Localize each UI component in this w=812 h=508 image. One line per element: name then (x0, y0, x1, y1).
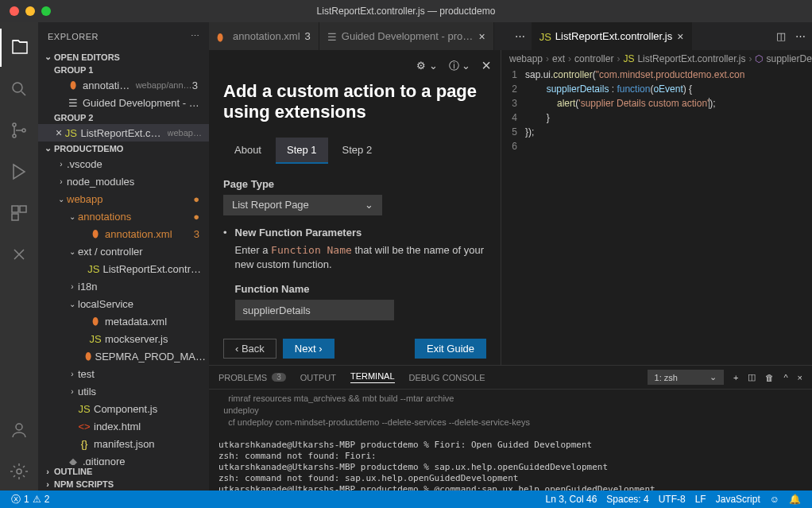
file-manifest[interactable]: {}manifest.json (38, 435, 209, 452)
folder-webapp[interactable]: ⌄webapp● (38, 190, 209, 207)
folder-i18n[interactable]: ›i18n (38, 277, 209, 295)
file-index[interactable]: <>index.html (38, 417, 209, 435)
more-icon[interactable]: ⋯ (795, 30, 806, 42)
file-gitignore[interactable]: ◆.gitignore (38, 452, 209, 465)
js-icon: JS (64, 126, 77, 139)
html-icon: <> (78, 420, 91, 432)
close-icon[interactable]: × (677, 30, 683, 43)
status-bar: ⓧ1 ⚠2 Ln 3, Col 46 Spaces: 4 UTF-8 LF Ja… (0, 491, 812, 508)
window-title: ListReportExt.controller.js — productdem… (317, 6, 496, 17)
terminal-tab[interactable]: TERMINAL (350, 371, 395, 383)
more-icon[interactable]: ⋯ (191, 31, 200, 41)
function-name-label: Function Name (235, 283, 486, 295)
folder-localservice[interactable]: ⌄localService (38, 295, 209, 312)
open-editor-guided[interactable]: ☰ Guided Development - productdemo (38, 94, 209, 111)
svg-point-3 (22, 129, 25, 132)
notifications-icon[interactable]: 🔔 (784, 494, 806, 505)
tab-listreport[interactable]: JS ListReportExt.controller.js × (532, 22, 693, 50)
explorer-title: EXPLORER (48, 32, 99, 41)
code-area[interactable]: 123456 sap.ui.controller("com.mindset.pr… (501, 68, 812, 365)
tab-about[interactable]: About (223, 138, 273, 164)
folder-ext-controller[interactable]: ⌄ext / controller (38, 242, 209, 260)
cursor-position[interactable]: Ln 3, Col 46 (541, 494, 602, 505)
close-guide-icon[interactable]: × (481, 56, 491, 75)
close-icon[interactable]: × (56, 126, 64, 139)
search-icon[interactable] (0, 70, 38, 108)
close-window[interactable] (10, 6, 19, 16)
project-section[interactable]: ⌄PRODUCTDEMO (38, 142, 209, 155)
guided-icon: ☰ (327, 31, 337, 42)
code-content[interactable]: sap.ui.controller("com.mindset.productde… (525, 68, 812, 365)
open-editor-listreport[interactable]: × JS ListReportExt.controller.js webapp/… (38, 124, 209, 142)
xml-icon: ⬮ (67, 79, 79, 91)
folder-annotations[interactable]: ⌄annotations● (38, 207, 209, 225)
maximize-window[interactable] (41, 6, 51, 16)
tab-step1[interactable]: Step 1 (276, 138, 328, 164)
feedback-icon[interactable]: ☺ (765, 494, 784, 505)
tab-step2[interactable]: Step 2 (331, 138, 384, 164)
git-icon: ◆ (67, 455, 79, 465)
extensions-icon[interactable] (0, 194, 38, 232)
file-sepmra[interactable]: ⬮SEPMRA_PROD_MAN_ANNO_MDL.xml (38, 347, 209, 365)
close-icon[interactable]: × (479, 30, 485, 43)
guided-development-panel: ⚙ ⌄ ⓘ ⌄ × Add a custom action to a page … (209, 50, 501, 365)
next-button[interactable]: Next › (283, 339, 334, 359)
tab-guided[interactable]: ☰ Guided Development - productdemo × (319, 22, 494, 50)
file-component[interactable]: JSComponent.js (38, 400, 209, 417)
terminal-output[interactable]: rimraf resources mta_archives && mbt bui… (209, 390, 812, 491)
more-icon[interactable]: ⋯ (515, 30, 525, 42)
bullet-icon: • (223, 227, 227, 329)
file-metadata[interactable]: ⬮metadata.xml (38, 312, 209, 330)
folder-utils[interactable]: ›utils (38, 382, 209, 400)
errors-warnings[interactable]: ⓧ1 ⚠2 (6, 493, 54, 506)
breadcrumb[interactable]: webapp› ext› controller› JS ListReportEx… (501, 50, 812, 68)
npm-scripts-section[interactable]: ›NPM SCRIPTS (38, 478, 209, 491)
open-editor-annotation[interactable]: ⬮ annotation.xml webapp/annotatio... 3 (38, 76, 209, 94)
group-2-label: GROUP 2 (38, 111, 209, 124)
exit-guide-button[interactable]: Exit Guide (415, 339, 486, 359)
source-control-icon[interactable] (0, 111, 38, 149)
encoding[interactable]: UTF-8 (654, 494, 690, 505)
xml-icon: ⬮ (84, 350, 91, 363)
account-icon[interactable] (0, 411, 38, 449)
outline-section[interactable]: ›OUTLINE (38, 465, 209, 478)
trash-icon[interactable]: 🗑 (765, 373, 774, 382)
page-type-select[interactable]: List Report Page ⌄ (223, 195, 382, 215)
tools-icon[interactable] (0, 235, 38, 273)
maximize-panel-icon[interactable]: ^ (783, 373, 787, 382)
chevron-down-icon: ⌄ (365, 199, 373, 211)
tab-annotation[interactable]: ⬮ annotation.xml 3 (209, 22, 319, 50)
new-terminal-icon[interactable]: + (733, 373, 738, 382)
file-mockserver[interactable]: JSmockserver.js (38, 330, 209, 347)
file-listreport-js[interactable]: JSListReportExt.controller.js (38, 260, 209, 277)
indentation[interactable]: Spaces: 4 (601, 494, 653, 505)
js-icon: JS (87, 262, 99, 275)
file-annotation-xml[interactable]: ⬮annotation.xml3 (38, 225, 209, 242)
method-icon: ⬡ (755, 53, 763, 64)
open-editors-section[interactable]: ⌄OPEN EDITORS (38, 50, 209, 64)
folder-vscode[interactable]: ›.vscode (38, 155, 209, 173)
folder-test[interactable]: ›test (38, 365, 209, 382)
info-icon[interactable]: ⓘ ⌄ (449, 59, 471, 73)
error-icon: ⓧ (11, 493, 21, 506)
svg-rect-6 (12, 214, 18, 220)
split-terminal-icon[interactable]: ◫ (748, 372, 756, 382)
folder-node-modules[interactable]: ›node_modules (38, 173, 209, 190)
function-name-input[interactable] (235, 300, 394, 320)
problems-tab[interactable]: PROBLEMS3 (218, 373, 286, 382)
split-editor-icon[interactable]: ◫ (776, 30, 786, 42)
shell-select[interactable]: 1: zsh⌄ (648, 370, 724, 385)
debug-console-tab[interactable]: DEBUG CONSOLE (409, 373, 485, 382)
minimize-window[interactable] (25, 6, 35, 16)
svg-rect-5 (20, 206, 26, 212)
output-tab[interactable]: OUTPUT (300, 373, 336, 382)
close-panel-icon[interactable]: × (798, 373, 802, 382)
settings-icon[interactable] (0, 452, 38, 491)
debug-icon[interactable] (0, 153, 38, 191)
line-numbers: 123456 (501, 68, 525, 365)
back-button[interactable]: ‹ Back (223, 339, 276, 359)
eol[interactable]: LF (690, 494, 711, 505)
language-mode[interactable]: JavaScript (711, 494, 765, 505)
explorer-icon[interactable] (0, 29, 38, 67)
gear-icon[interactable]: ⚙ ⌄ (416, 60, 438, 72)
